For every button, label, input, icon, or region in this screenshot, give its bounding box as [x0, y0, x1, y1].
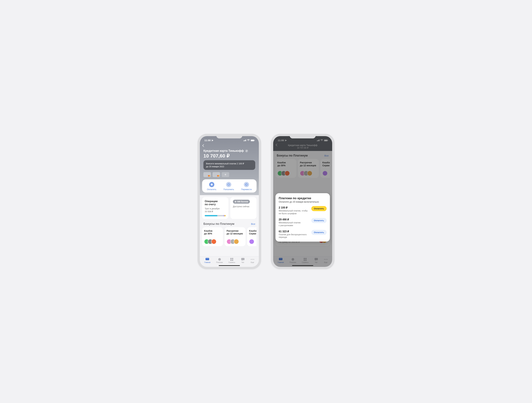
pay-button-min[interactable]: Оплатить — [311, 206, 327, 211]
services-icon — [230, 258, 234, 261]
modal-title: Платежи по кредитке — [279, 196, 327, 200]
svg-rect-13 — [253, 259, 254, 260]
bonus-scroll[interactable]: Кэшбэк до 30% Рассрочки до 12 месяцев Кэ… — [202, 227, 257, 246]
payment-notice[interactable]: Внесите минимальный платеж 2 100 ₽ до 20… — [203, 160, 255, 170]
points-card[interactable]: ✿ 586 баллов Доступно сейчас — [230, 197, 257, 219]
payments-modal: Платежи по кредитке Оплатите до 20 январ… — [275, 193, 330, 242]
tab-services[interactable]: Сервисы — [228, 258, 235, 263]
card-chip-1[interactable] — [203, 172, 211, 177]
svg-rect-3 — [206, 258, 209, 260]
location-arrow-icon: ➤ — [211, 139, 214, 142]
svg-rect-11 — [251, 259, 252, 260]
edit-icon[interactable] — [245, 149, 248, 153]
home-indicator[interactable] — [219, 265, 240, 266]
svg-point-0 — [211, 184, 213, 186]
svg-rect-7 — [232, 258, 233, 259]
pay-button-instalment[interactable]: Оплатить — [311, 218, 327, 223]
plus-icon — [226, 182, 231, 187]
svg-rect-10 — [241, 258, 245, 260]
home-icon — [205, 258, 209, 261]
bonus-section-title: Бонусы по Платинум — [203, 222, 234, 226]
bonus-card-instalment[interactable]: Рассрочки до 12 месяцев — [225, 227, 246, 246]
svg-rect-6 — [230, 258, 232, 259]
account-hero: 11:00 ➤ Кредитная карта Тинькофф — [200, 136, 259, 195]
gear-icon: ✿ — [235, 200, 236, 203]
svg-rect-8 — [230, 260, 232, 261]
spend-bar — [205, 215, 226, 216]
svg-rect-9 — [232, 260, 233, 261]
add-card-button[interactable]: + — [222, 172, 229, 177]
svg-rect-12 — [252, 259, 253, 260]
svg-rect-4 — [206, 259, 209, 259]
back-button[interactable] — [203, 144, 205, 147]
pay-icon — [209, 182, 214, 187]
tab-home[interactable]: Главная — [204, 258, 210, 263]
more-icon — [251, 258, 254, 261]
bonus-see-all[interactable]: Все — [251, 223, 255, 225]
chat-icon — [241, 258, 245, 261]
payment-option-min: 2 100 ₽ Минимальный платеж, чтобы не был… — [279, 206, 327, 215]
payment-option-instalment: 29 490 ₽ Минимальный платеж с рассрочкам… — [279, 218, 327, 227]
topup-action[interactable]: Пополнить — [223, 182, 234, 191]
pay-button-full[interactable]: Оплатить — [311, 230, 327, 235]
quick-actions: Оплатить Пополнить Перевести — [202, 179, 257, 192]
phone-mockup-2: 11:00 ➤ Кредитная карта Тинькофф 10 707,… — [271, 134, 335, 269]
bonus-card-cashback[interactable]: Кэшбэк до 30% — [202, 227, 223, 246]
account-balance: 10 707,60 ₽ — [203, 153, 255, 159]
points-badge: ✿ 586 баллов — [233, 200, 250, 204]
pay-action[interactable]: Оплатить — [207, 182, 216, 191]
notch — [216, 134, 242, 138]
tab-more[interactable]: Еще — [251, 258, 254, 263]
modal-subtitle: Оплатите до 20 января включительно — [279, 200, 327, 203]
signal-icon — [243, 140, 246, 141]
tab-chat[interactable]: Чат — [241, 258, 245, 263]
wifi-icon — [247, 139, 250, 142]
arrow-right-icon — [244, 182, 249, 187]
status-time: 11:00 ➤ — [204, 139, 214, 142]
transfer-action[interactable]: Перевести — [241, 182, 252, 191]
payments-icon — [218, 258, 222, 261]
phone-mockup-1: 11:00 ➤ Кредитная карта Тинькофф — [197, 134, 261, 269]
operations-card[interactable]: Операции по счету Трат в декабре 33 508 … — [202, 197, 228, 219]
battery-icon — [251, 140, 254, 141]
payment-option-full: 61 323 ₽ Платеж для беспроцентного перио… — [279, 230, 327, 239]
bonus-card-cashback50[interactable]: Кэшбэк 50% в Серви — [247, 227, 257, 246]
notch — [290, 134, 316, 138]
svg-point-5 — [218, 258, 221, 261]
card-chip-2[interactable] — [213, 172, 220, 177]
tab-payments[interactable]: Платежи — [216, 258, 223, 263]
account-title: Кредитная карта Тинькофф — [203, 149, 255, 153]
